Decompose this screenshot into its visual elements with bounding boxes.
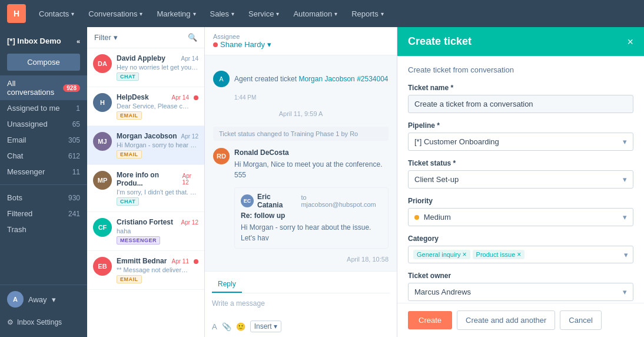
chevron-down-icon: ▾ [623,213,627,222]
list-item[interactable]: H HelpDesk Apr 14 Dear Service, Please c… [87,87,204,126]
sidebar-item-email[interactable]: Email 305 [0,132,87,148]
sidebar-item-unassigned[interactable]: Unassigned 65 [0,116,87,132]
tag-chat: CHAT [117,72,139,81]
chevron-down-icon: ▾ [623,288,627,296]
conversation-items: DA David Appleby Apr 14 Hey no worries l… [87,48,204,337]
priority-label: Priority [408,197,633,205]
hubspot-logo[interactable]: H [7,4,26,23]
emoji-icon[interactable]: 🙂 [236,322,245,331]
priority-select[interactable]: Medium ▾ [408,208,633,226]
nav-conversations[interactable]: Conversations ▾ [82,6,148,22]
nav-automation[interactable]: Automation ▾ [287,6,343,22]
cancel-button[interactable]: Cancel [560,310,601,330]
category-group: Category General inquiry × Product issue… [408,234,633,263]
ticket-status-select[interactable]: Client Set-up ▾ [408,170,633,189]
email-thread: EC Eric Catania to mjacobson@hubspot.com… [234,187,389,249]
list-item[interactable]: EB Emmitt Bednar Apr 11 ** Message not d… [87,251,204,290]
sidebar-item-trash[interactable]: Trash [0,222,87,237]
sidebar-item-bots[interactable]: Bots 930 [0,190,87,206]
sidebar-divider [0,184,87,185]
badge-all-conversations: 928 [63,84,80,92]
tag-chat: CHAT [117,197,139,206]
create-button[interactable]: Create [408,311,452,329]
chevron-down-icon: ▾ [274,322,277,331]
sidebar-item-assigned[interactable]: Assigned to me 1 [0,100,87,116]
chevron-down-icon: ▾ [231,11,234,17]
avatar: MJ [93,132,112,151]
chevron-down-icon: ▾ [381,11,384,17]
nav-sales[interactable]: Sales ▾ [204,6,241,22]
status-dot [213,42,218,47]
avatar: H [93,93,112,112]
assignee-name[interactable]: Shane Hardy ▾ [213,40,271,49]
list-item[interactable]: MJ Morgan Jacobson Apr 12 Hi Morgan - so… [87,126,204,165]
sidebar-item-all-conversations[interactable]: All conversations 928 [0,75,87,100]
avatar: RD [213,148,230,164]
chevron-down-icon: ▾ [140,11,142,17]
attachment-icon[interactable]: 📎 [222,322,231,331]
status-change-message: Ticket status changed to Training Phase … [213,127,389,141]
tag-email: EMAIL [117,275,142,283]
chevron-down-icon[interactable]: ▾ [624,250,628,259]
tag-email: EMAIL [117,111,142,120]
reply-input-placeholder[interactable]: Write a message [212,297,390,318]
tab-reply[interactable]: Reply [212,276,242,293]
reply-toolbar: A 📎 🙂 Insert ▾ [212,321,390,332]
collapse-icon[interactable]: « [77,38,80,45]
avatar: EC [241,194,254,207]
ticket-owner-label: Ticket owner [408,272,633,280]
chevron-down-icon: ▾ [52,295,56,304]
nav-marketing[interactable]: Marketing ▾ [151,6,201,22]
nav-contacts[interactable]: Contacts ▾ [33,6,80,22]
tag-email: EMAIL [117,150,142,158]
avatar: EB [93,257,112,276]
category-tag-product: Product issue × [473,250,525,259]
close-icon[interactable]: × [627,37,633,47]
sidebar-item-filtered[interactable]: Filtered 241 [0,206,87,222]
ticket-status-group: Ticket status * Client Set-up ▾ [408,159,633,189]
ticket-name-label: Ticket name * [408,84,633,92]
category-tags[interactable]: General inquiry × Product issue × ▾ [408,246,633,263]
agent-icon: A [213,71,230,87]
list-item[interactable]: DA David Appleby Apr 14 Hey no worries l… [87,48,204,87]
bold-icon[interactable]: A [212,322,217,331]
insert-button[interactable]: Insert ▾ [250,321,281,332]
ticket-title: Create ticket [408,35,472,48]
nav-reports[interactable]: Reports ▾ [346,6,390,22]
chevron-down-icon: ▾ [71,11,74,17]
left-sidebar: [*] Inbox Demo « Compose All conversatio… [0,27,87,337]
sidebar-item-chat[interactable]: Chat 612 [0,148,87,164]
chevron-down-icon: ▾ [623,137,627,146]
inbox-name[interactable]: [*] Inbox Demo [7,37,61,45]
ticket-owner-select[interactable]: Marcus Andrews ▾ [408,283,633,301]
category-tag-general: General inquiry × [413,250,470,259]
avatar: MP [93,171,112,190]
ticket-name-group: Ticket name * [408,84,633,113]
chat-messages: A Agent created ticket Morgan Jacobson #… [205,55,397,271]
unread-dot [194,95,198,100]
user-status[interactable]: A Away ▾ [7,291,80,308]
conversation-header: Assignee Shane Hardy ▾ [205,27,397,55]
list-item[interactable]: CF Cristiano Fortest Apr 12 haha MESSENG… [87,212,204,251]
chevron-down-icon: ▾ [114,33,118,42]
gear-icon: ⚙ [7,318,14,326]
compose-button[interactable]: Compose [7,54,80,71]
pipeline-select[interactable]: [*] Customer Onboarding ▾ [408,133,633,151]
message-item: RD Ronald DeCosta Hi Morgan, Nice to mee… [213,148,389,180]
filter-button[interactable]: Filter ▾ [94,33,118,42]
search-icon[interactable]: 🔍 [188,33,197,42]
inbox-settings[interactable]: ⚙ Inbox Settings [0,313,87,331]
list-item[interactable]: MP More info on Produ... Apr 12 I'm sorr… [87,165,204,212]
reply-tabs: Reply [212,276,390,293]
sidebar-item-messenger[interactable]: Messenger 11 [0,164,87,180]
reply-box: Reply Write a message A 📎 🙂 Insert ▾ [205,271,397,337]
sidebar-bottom: A Away ▾ [0,285,87,313]
nav-service[interactable]: Service ▾ [243,6,285,22]
remove-category-icon[interactable]: × [463,251,467,258]
ticket-name-input[interactable] [408,95,633,113]
pipeline-label: Pipeline * [408,121,633,130]
create-and-another-button[interactable]: Create and add another [457,310,555,330]
priority-dot [414,215,419,220]
remove-category-icon[interactable]: × [517,251,521,258]
conv-list-header: Filter ▾ 🔍 [87,27,204,48]
